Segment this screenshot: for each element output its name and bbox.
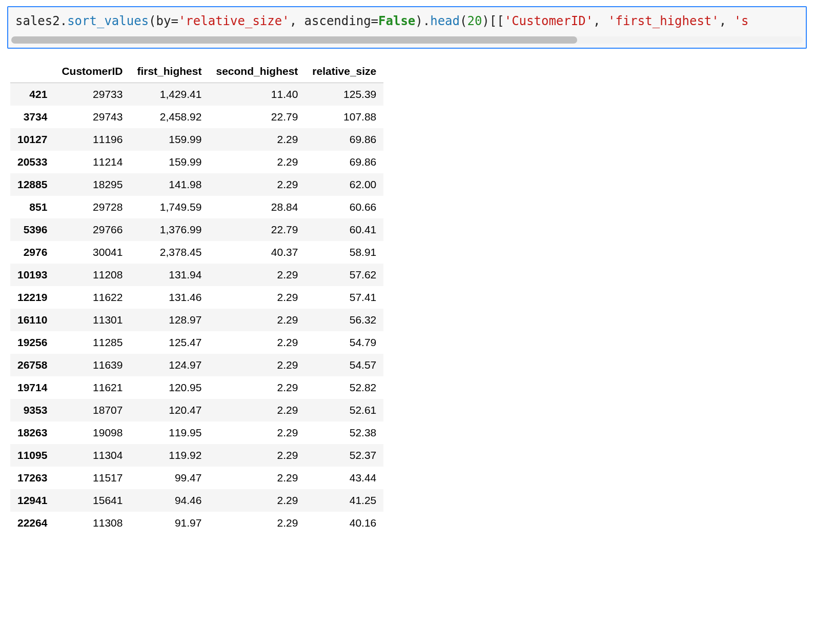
tok-number: 20	[467, 14, 482, 28]
cell-first_highest: 99.47	[130, 467, 209, 489]
horizontal-scrollbar[interactable]	[11, 36, 803, 44]
cell-relative_size: 52.82	[305, 376, 383, 399]
table-row: 1611011301128.972.2956.32	[10, 309, 383, 331]
table-row: 1826319098119.952.2952.38	[10, 421, 383, 444]
cell-first_highest: 94.46	[130, 489, 209, 512]
cell-first_highest: 119.92	[130, 444, 209, 467]
cell-first_highest: 131.46	[130, 286, 209, 309]
tok-string: 'relative_size'	[178, 14, 290, 28]
cell-first_highest: 91.97	[130, 512, 209, 534]
tok-method: sort_values	[67, 14, 149, 28]
table-row: 2053311214159.992.2969.86	[10, 151, 383, 173]
cell-CustomerID: 11304	[54, 444, 130, 467]
column-header: CustomerID	[54, 60, 130, 83]
cell-second_highest: 22.79	[209, 106, 305, 128]
table-corner	[10, 60, 54, 83]
cell-relative_size: 60.66	[305, 196, 383, 218]
cell-second_highest: 11.40	[209, 83, 305, 106]
tok-keyword: False	[378, 14, 415, 28]
cell-CustomerID: 18295	[54, 173, 130, 196]
row-index: 5396	[10, 218, 54, 241]
cell-second_highest: 40.37	[209, 241, 305, 264]
tok-dot: .	[60, 14, 67, 28]
cell-CustomerID: 11301	[54, 309, 130, 331]
tok-punc: )	[415, 14, 422, 28]
cell-first_highest: 1,376.99	[130, 218, 209, 241]
cell-second_highest: 2.29	[209, 264, 305, 286]
dataframe-table: CustomerID first_highest second_highest …	[10, 60, 383, 534]
column-header: first_highest	[130, 60, 209, 83]
cell-relative_size: 41.25	[305, 489, 383, 512]
code-cell[interactable]: sales2.sort_values(by='relative_size', a…	[7, 6, 807, 49]
tok-punc: , ascending=	[290, 14, 378, 28]
cell-second_highest: 2.29	[209, 444, 305, 467]
cell-relative_size: 52.37	[305, 444, 383, 467]
cell-CustomerID: 30041	[54, 241, 130, 264]
row-index: 17263	[10, 467, 54, 489]
cell-first_highest: 120.47	[130, 399, 209, 421]
cell-second_highest: 2.29	[209, 512, 305, 534]
table-row: 2976300412,378.4540.3758.91	[10, 241, 383, 264]
row-index: 851	[10, 196, 54, 218]
tok-method: head	[430, 14, 460, 28]
cell-first_highest: 125.47	[130, 331, 209, 354]
cell-first_highest: 141.98	[130, 173, 209, 196]
row-index: 10127	[10, 128, 54, 151]
row-index: 26758	[10, 354, 54, 376]
row-index: 16110	[10, 309, 54, 331]
table-row: 851297281,749.5928.8460.66	[10, 196, 383, 218]
row-index: 3734	[10, 106, 54, 128]
table-row: 1925611285125.472.2954.79	[10, 331, 383, 354]
row-index: 12885	[10, 173, 54, 196]
table-row: 3734297432,458.9222.79107.88	[10, 106, 383, 128]
row-index: 421	[10, 83, 54, 106]
cell-relative_size: 125.39	[305, 83, 383, 106]
code-input[interactable]: sales2.sort_values(by='relative_size', a…	[8, 7, 806, 33]
column-header: relative_size	[305, 60, 383, 83]
cell-CustomerID: 11621	[54, 376, 130, 399]
table-row: 421297331,429.4111.40125.39	[10, 83, 383, 106]
column-header: second_highest	[209, 60, 305, 83]
cell-CustomerID: 29733	[54, 83, 130, 106]
tok-string: 's	[734, 14, 749, 28]
cell-relative_size: 57.41	[305, 286, 383, 309]
cell-second_highest: 2.29	[209, 331, 305, 354]
cell-second_highest: 2.29	[209, 309, 305, 331]
cell-CustomerID: 11622	[54, 286, 130, 309]
tok-punc: )[[	[482, 14, 504, 28]
cell-second_highest: 2.29	[209, 128, 305, 151]
tok-punc: (	[460, 14, 467, 28]
table-row: 2675811639124.972.2954.57	[10, 354, 383, 376]
cell-relative_size: 43.44	[305, 467, 383, 489]
cell-second_highest: 2.29	[209, 376, 305, 399]
scrollbar-thumb[interactable]	[11, 36, 577, 44]
table-row: 5396297661,376.9922.7960.41	[10, 218, 383, 241]
cell-CustomerID: 11214	[54, 151, 130, 173]
tok-dot: .	[423, 14, 430, 28]
cell-second_highest: 2.29	[209, 399, 305, 421]
cell-first_highest: 1,429.41	[130, 83, 209, 106]
tok-string: 'first_highest'	[608, 14, 719, 28]
table-row: 172631151799.472.2943.44	[10, 467, 383, 489]
table-row: 1109511304119.922.2952.37	[10, 444, 383, 467]
table-row: 1221911622131.462.2957.41	[10, 286, 383, 309]
row-index: 12941	[10, 489, 54, 512]
table-row: 1012711196159.992.2969.86	[10, 128, 383, 151]
table-row: 935318707120.472.2952.61	[10, 399, 383, 421]
cell-CustomerID: 11308	[54, 512, 130, 534]
cell-CustomerID: 29766	[54, 218, 130, 241]
cell-second_highest: 2.29	[209, 173, 305, 196]
row-index: 11095	[10, 444, 54, 467]
row-index: 19256	[10, 331, 54, 354]
cell-CustomerID: 11517	[54, 467, 130, 489]
cell-second_highest: 2.29	[209, 354, 305, 376]
cell-CustomerID: 11285	[54, 331, 130, 354]
table-row: 222641130891.972.2940.16	[10, 512, 383, 534]
cell-relative_size: 58.91	[305, 241, 383, 264]
cell-second_highest: 2.29	[209, 489, 305, 512]
cell-CustomerID: 11208	[54, 264, 130, 286]
table-row: 1288518295141.982.2962.00	[10, 173, 383, 196]
dataframe-output: CustomerID first_highest second_highest …	[10, 60, 807, 534]
cell-second_highest: 2.29	[209, 286, 305, 309]
row-index: 19714	[10, 376, 54, 399]
